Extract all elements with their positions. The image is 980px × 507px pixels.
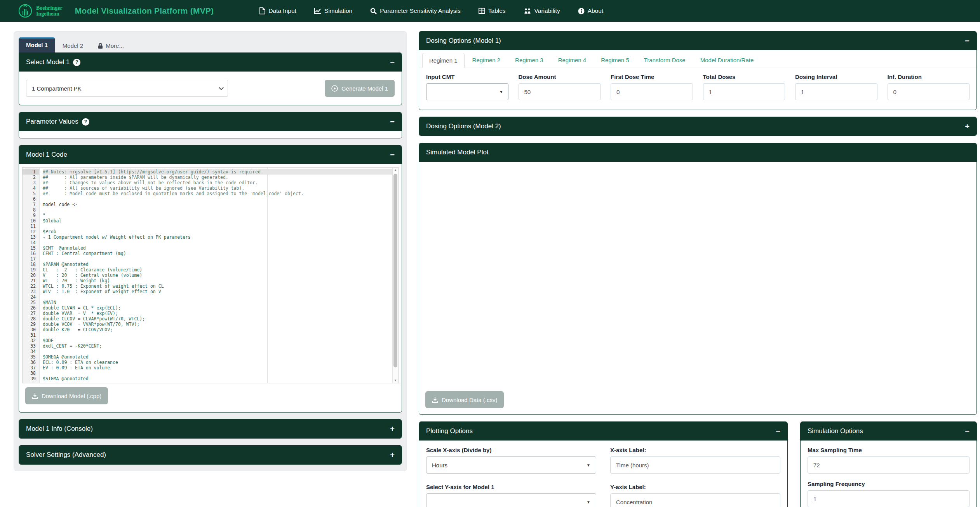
- code-line[interactable]: [43, 207, 392, 213]
- scroll-up-icon[interactable]: ▲: [393, 168, 398, 172]
- code-line[interactable]: [43, 332, 392, 338]
- dosing-model1-panel: Dosing Options (Model 1) − Regimen 1 Reg…: [419, 31, 977, 110]
- code-line[interactable]: [43, 294, 392, 300]
- tab-regimen-4[interactable]: Regimen 4: [551, 52, 594, 68]
- model-type-select[interactable]: 1 Compartment PK: [26, 80, 228, 97]
- model-tabs: Model 1 Model 2 More...: [19, 36, 402, 52]
- nav-item-tables[interactable]: Tables: [479, 7, 506, 14]
- code-line[interactable]: $PARAM @annotated: [43, 262, 392, 267]
- nav-item-data-input[interactable]: Data Input: [259, 7, 296, 14]
- scrollbar-thumb[interactable]: [393, 174, 397, 367]
- code-line[interactable]: $ODE: [43, 338, 392, 343]
- dosing-interval-input[interactable]: [795, 83, 877, 100]
- code-line[interactable]: EV : 0.09 : ETA on volume: [43, 365, 392, 371]
- nav-item-variability[interactable]: Variability: [524, 7, 560, 14]
- code-line[interactable]: double K20 = CLCOV/VCOV;: [43, 327, 392, 332]
- code-line[interactable]: ## : Model code must be enclosed in quot…: [43, 191, 392, 196]
- code-line[interactable]: ## Notes: mrgsolve [v1.5.1] (https://mrg…: [43, 169, 392, 175]
- download-data-button[interactable]: Download Data (.csv): [425, 391, 504, 408]
- left-column-well: Model 1 Model 2 More... Select Model 1 ?…: [14, 31, 407, 471]
- tab-model-1[interactable]: Model 1: [19, 37, 55, 52]
- model-info-header[interactable]: Model 1 Info (Console) +: [19, 420, 402, 438]
- line-number: 24: [23, 294, 39, 300]
- y-axis-select[interactable]: ▼: [426, 493, 596, 507]
- max-sampling-time-input[interactable]: [808, 456, 970, 474]
- collapse-minus-icon[interactable]: −: [390, 151, 395, 159]
- expand-plus-icon[interactable]: +: [390, 425, 395, 433]
- nav-item-about[interactable]: About: [578, 7, 604, 14]
- nav-item-simulation[interactable]: Simulation: [314, 7, 352, 14]
- help-icon[interactable]: ?: [73, 59, 80, 66]
- code-line[interactable]: double CLVAR = CL * exp(ECL);: [43, 305, 392, 311]
- code-line[interactable]: WT : 70 : Weight (kg): [43, 278, 392, 283]
- field-label: Y-axis Label:: [610, 484, 780, 490]
- code-lines[interactable]: ## Notes: mrgsolve [v1.5.1] (https://mrg…: [40, 168, 392, 383]
- dose-amount-input[interactable]: [519, 83, 601, 100]
- code-line[interactable]: $SIGMA @annotated: [43, 376, 392, 381]
- first-dose-time-input[interactable]: [611, 83, 693, 100]
- code-line[interactable]: V : 20 : Central volume (volume): [43, 273, 392, 278]
- tab-regimen-2[interactable]: Regimen 2: [465, 52, 508, 68]
- collapse-minus-icon[interactable]: −: [965, 37, 970, 45]
- code-line[interactable]: ECL: 0.09 : ETA on clearance: [43, 360, 392, 365]
- code-line[interactable]: WTV : 1.0 : Exponent of weight effect on…: [43, 289, 392, 294]
- code-line[interactable]: double VVAR = V * exp(EV);: [43, 311, 392, 316]
- code-line[interactable]: - 1 Compartment model w/ Weight effect o…: [43, 234, 392, 240]
- chevron-down-icon: [219, 85, 224, 90]
- code-line[interactable]: [43, 349, 392, 354]
- code-line[interactable]: ## : Changes to values above will not be…: [43, 180, 392, 185]
- code-editor[interactable]: 1234567891011121314151617181920212223242…: [22, 167, 399, 383]
- collapse-minus-icon[interactable]: −: [390, 58, 395, 66]
- scale-x-select[interactable]: Hours ▼: [426, 456, 596, 474]
- code-line[interactable]: ## : All sources of variability will be …: [43, 185, 392, 191]
- solver-settings-header[interactable]: Solver Settings (Advanced) +: [19, 446, 402, 464]
- nav-item-parameter-sensitivity[interactable]: Parameter Sensitivity Analysis: [370, 7, 461, 14]
- code-line[interactable]: $Prob: [43, 229, 392, 234]
- code-line[interactable]: CL : 2 : Clearance (volume/time): [43, 267, 392, 273]
- sampling-frequency-input[interactable]: [808, 490, 970, 507]
- code-line[interactable]: [43, 256, 392, 262]
- code-line[interactable]: $Global: [43, 218, 392, 224]
- input-cmt-select[interactable]: ▼: [426, 83, 508, 100]
- expand-plus-icon[interactable]: +: [965, 122, 970, 130]
- code-line[interactable]: CENT : Central compartment (mg): [43, 251, 392, 256]
- collapse-minus-icon[interactable]: −: [776, 427, 780, 435]
- code-line[interactable]: [43, 371, 392, 376]
- code-line[interactable]: ## : All parameters inside $PARAM will b…: [43, 175, 392, 180]
- tab-transform-dose[interactable]: Transform Dose: [637, 52, 693, 68]
- tab-regimen-1[interactable]: Regimen 1: [422, 53, 465, 68]
- code-line[interactable]: model_code <-: [43, 202, 392, 207]
- code-line[interactable]: double CLCOV = CLVAR*pow(WT/70, WTCL);: [43, 316, 392, 322]
- x-axis-label-input[interactable]: [610, 456, 780, 474]
- tab-more[interactable]: More...: [91, 39, 131, 52]
- generate-model-button[interactable]: Generate Model 1: [325, 80, 395, 97]
- expand-plus-icon[interactable]: +: [390, 451, 395, 459]
- tab-model-2[interactable]: Model 2: [55, 39, 91, 52]
- dosing-model2-header[interactable]: Dosing Options (Model 2) +: [419, 117, 977, 136]
- code-line[interactable]: $OMEGA @annotated: [43, 354, 392, 360]
- code-line[interactable]: $MAIN: [43, 300, 392, 305]
- code-line[interactable]: [43, 196, 392, 202]
- download-model-button[interactable]: Download Model (.cpp): [25, 387, 108, 404]
- code-line[interactable]: ": [43, 213, 392, 218]
- collapse-minus-icon[interactable]: −: [965, 427, 970, 435]
- line-number: 13: [23, 234, 39, 240]
- scroll-down-icon[interactable]: ▼: [393, 379, 398, 382]
- tab-regimen-3[interactable]: Regimen 3: [508, 52, 550, 68]
- code-line[interactable]: [43, 224, 392, 229]
- editor-scrollbar[interactable]: ▲ ▼: [392, 168, 398, 383]
- total-doses-input[interactable]: [703, 83, 785, 100]
- code-line[interactable]: WTCL : 0.75 : Exponent of weight effect …: [43, 283, 392, 289]
- y-axis-label-input[interactable]: [610, 493, 780, 507]
- collapse-minus-icon[interactable]: −: [390, 118, 395, 126]
- field-inf-duration: Inf. Duration: [888, 73, 970, 100]
- tab-model-duration-rate[interactable]: Model Duration/Rate: [693, 52, 761, 68]
- code-line[interactable]: dxdt_CENT = -K20*CENT;: [43, 343, 392, 349]
- simulation-options-header: Simulation Options −: [801, 422, 977, 441]
- help-icon[interactable]: ?: [82, 118, 89, 126]
- tab-regimen-5[interactable]: Regimen 5: [594, 52, 636, 68]
- code-line[interactable]: [43, 240, 392, 245]
- code-line[interactable]: double VCOV = VVAR*pow(WT/70, WTV);: [43, 322, 392, 327]
- inf-duration-input[interactable]: [888, 83, 970, 100]
- code-line[interactable]: $CMT @annotated: [43, 245, 392, 251]
